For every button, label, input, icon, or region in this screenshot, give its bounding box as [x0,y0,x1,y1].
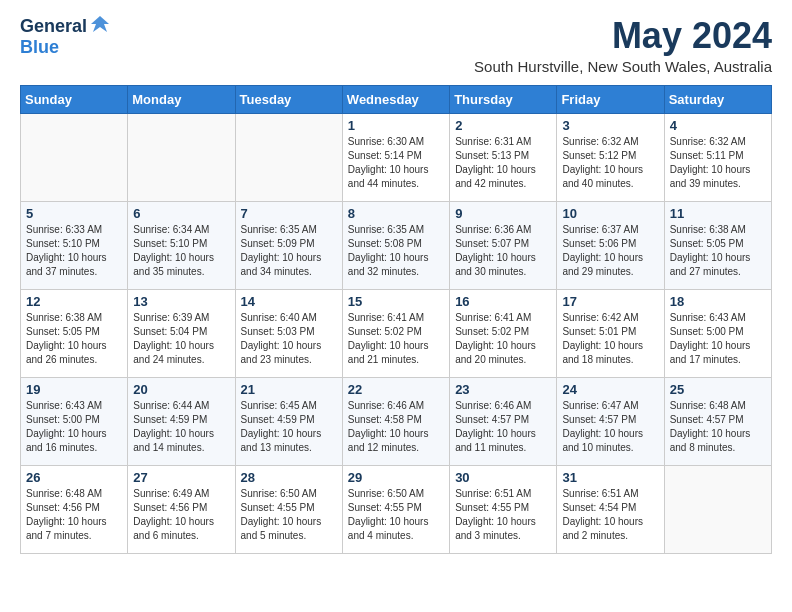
logo-bird-icon [89,14,111,36]
day-info: Sunrise: 6:47 AM Sunset: 4:57 PM Dayligh… [562,399,658,455]
day-info: Sunrise: 6:35 AM Sunset: 5:08 PM Dayligh… [348,223,444,279]
day-info: Sunrise: 6:38 AM Sunset: 5:05 PM Dayligh… [26,311,122,367]
day-info: Sunrise: 6:46 AM Sunset: 4:58 PM Dayligh… [348,399,444,455]
day-number: 29 [348,470,444,485]
day-number: 14 [241,294,337,309]
calendar-cell: 15Sunrise: 6:41 AM Sunset: 5:02 PM Dayli… [342,289,449,377]
day-info: Sunrise: 6:48 AM Sunset: 4:56 PM Dayligh… [26,487,122,543]
day-info: Sunrise: 6:32 AM Sunset: 5:12 PM Dayligh… [562,135,658,191]
day-info: Sunrise: 6:49 AM Sunset: 4:56 PM Dayligh… [133,487,229,543]
calendar-table: SundayMondayTuesdayWednesdayThursdayFrid… [20,85,772,554]
day-info: Sunrise: 6:50 AM Sunset: 4:55 PM Dayligh… [348,487,444,543]
weekday-header-thursday: Thursday [450,85,557,113]
day-info: Sunrise: 6:30 AM Sunset: 5:14 PM Dayligh… [348,135,444,191]
calendar-cell: 3Sunrise: 6:32 AM Sunset: 5:12 PM Daylig… [557,113,664,201]
calendar-cell: 18Sunrise: 6:43 AM Sunset: 5:00 PM Dayli… [664,289,771,377]
calendar-cell: 26Sunrise: 6:48 AM Sunset: 4:56 PM Dayli… [21,465,128,553]
day-number: 6 [133,206,229,221]
calendar-cell: 20Sunrise: 6:44 AM Sunset: 4:59 PM Dayli… [128,377,235,465]
svg-marker-0 [91,16,109,32]
day-number: 4 [670,118,766,133]
week-row-3: 12Sunrise: 6:38 AM Sunset: 5:05 PM Dayli… [21,289,772,377]
day-number: 9 [455,206,551,221]
day-info: Sunrise: 6:41 AM Sunset: 5:02 PM Dayligh… [455,311,551,367]
day-info: Sunrise: 6:35 AM Sunset: 5:09 PM Dayligh… [241,223,337,279]
calendar-cell: 1Sunrise: 6:30 AM Sunset: 5:14 PM Daylig… [342,113,449,201]
calendar-cell: 2Sunrise: 6:31 AM Sunset: 5:13 PM Daylig… [450,113,557,201]
day-info: Sunrise: 6:41 AM Sunset: 5:02 PM Dayligh… [348,311,444,367]
calendar-cell: 29Sunrise: 6:50 AM Sunset: 4:55 PM Dayli… [342,465,449,553]
header: General Blue May 2024 South Hurstville, … [20,16,772,75]
day-info: Sunrise: 6:46 AM Sunset: 4:57 PM Dayligh… [455,399,551,455]
calendar-cell [128,113,235,201]
day-info: Sunrise: 6:39 AM Sunset: 5:04 PM Dayligh… [133,311,229,367]
weekday-header-row: SundayMondayTuesdayWednesdayThursdayFrid… [21,85,772,113]
calendar-cell: 4Sunrise: 6:32 AM Sunset: 5:11 PM Daylig… [664,113,771,201]
logo: General Blue [20,16,111,58]
day-info: Sunrise: 6:34 AM Sunset: 5:10 PM Dayligh… [133,223,229,279]
calendar-cell [664,465,771,553]
calendar-cell: 7Sunrise: 6:35 AM Sunset: 5:09 PM Daylig… [235,201,342,289]
day-info: Sunrise: 6:33 AM Sunset: 5:10 PM Dayligh… [26,223,122,279]
day-number: 11 [670,206,766,221]
day-info: Sunrise: 6:42 AM Sunset: 5:01 PM Dayligh… [562,311,658,367]
calendar-cell [21,113,128,201]
day-number: 8 [348,206,444,221]
calendar-cell: 24Sunrise: 6:47 AM Sunset: 4:57 PM Dayli… [557,377,664,465]
day-number: 19 [26,382,122,397]
calendar-subtitle: South Hurstville, New South Wales, Austr… [474,58,772,75]
day-info: Sunrise: 6:51 AM Sunset: 4:54 PM Dayligh… [562,487,658,543]
day-number: 21 [241,382,337,397]
day-info: Sunrise: 6:48 AM Sunset: 4:57 PM Dayligh… [670,399,766,455]
calendar-cell: 28Sunrise: 6:50 AM Sunset: 4:55 PM Dayli… [235,465,342,553]
calendar-cell: 10Sunrise: 6:37 AM Sunset: 5:06 PM Dayli… [557,201,664,289]
calendar-cell: 13Sunrise: 6:39 AM Sunset: 5:04 PM Dayli… [128,289,235,377]
day-info: Sunrise: 6:43 AM Sunset: 5:00 PM Dayligh… [26,399,122,455]
day-number: 18 [670,294,766,309]
calendar-title: May 2024 [474,16,772,56]
day-number: 2 [455,118,551,133]
day-info: Sunrise: 6:50 AM Sunset: 4:55 PM Dayligh… [241,487,337,543]
calendar-cell: 11Sunrise: 6:38 AM Sunset: 5:05 PM Dayli… [664,201,771,289]
calendar-cell [235,113,342,201]
day-info: Sunrise: 6:43 AM Sunset: 5:00 PM Dayligh… [670,311,766,367]
calendar-cell: 23Sunrise: 6:46 AM Sunset: 4:57 PM Dayli… [450,377,557,465]
calendar-cell: 19Sunrise: 6:43 AM Sunset: 5:00 PM Dayli… [21,377,128,465]
title-block: May 2024 South Hurstville, New South Wal… [474,16,772,75]
weekday-header-friday: Friday [557,85,664,113]
day-number: 15 [348,294,444,309]
day-number: 26 [26,470,122,485]
week-row-4: 19Sunrise: 6:43 AM Sunset: 5:00 PM Dayli… [21,377,772,465]
day-number: 23 [455,382,551,397]
day-number: 27 [133,470,229,485]
calendar-cell: 22Sunrise: 6:46 AM Sunset: 4:58 PM Dayli… [342,377,449,465]
week-row-1: 1Sunrise: 6:30 AM Sunset: 5:14 PM Daylig… [21,113,772,201]
calendar-cell: 25Sunrise: 6:48 AM Sunset: 4:57 PM Dayli… [664,377,771,465]
calendar-cell: 17Sunrise: 6:42 AM Sunset: 5:01 PM Dayli… [557,289,664,377]
day-number: 30 [455,470,551,485]
day-number: 3 [562,118,658,133]
weekday-header-tuesday: Tuesday [235,85,342,113]
calendar-cell: 14Sunrise: 6:40 AM Sunset: 5:03 PM Dayli… [235,289,342,377]
day-number: 10 [562,206,658,221]
calendar-cell: 9Sunrise: 6:36 AM Sunset: 5:07 PM Daylig… [450,201,557,289]
logo-general: General [20,16,87,37]
logo-blue: Blue [20,37,59,58]
weekday-header-saturday: Saturday [664,85,771,113]
day-number: 24 [562,382,658,397]
weekday-header-sunday: Sunday [21,85,128,113]
calendar-cell: 6Sunrise: 6:34 AM Sunset: 5:10 PM Daylig… [128,201,235,289]
week-row-5: 26Sunrise: 6:48 AM Sunset: 4:56 PM Dayli… [21,465,772,553]
day-info: Sunrise: 6:44 AM Sunset: 4:59 PM Dayligh… [133,399,229,455]
week-row-2: 5Sunrise: 6:33 AM Sunset: 5:10 PM Daylig… [21,201,772,289]
calendar-cell: 8Sunrise: 6:35 AM Sunset: 5:08 PM Daylig… [342,201,449,289]
day-number: 28 [241,470,337,485]
calendar-cell: 27Sunrise: 6:49 AM Sunset: 4:56 PM Dayli… [128,465,235,553]
calendar-cell: 30Sunrise: 6:51 AM Sunset: 4:55 PM Dayli… [450,465,557,553]
day-number: 25 [670,382,766,397]
day-info: Sunrise: 6:36 AM Sunset: 5:07 PM Dayligh… [455,223,551,279]
day-number: 5 [26,206,122,221]
day-info: Sunrise: 6:37 AM Sunset: 5:06 PM Dayligh… [562,223,658,279]
calendar-cell: 21Sunrise: 6:45 AM Sunset: 4:59 PM Dayli… [235,377,342,465]
calendar-cell: 5Sunrise: 6:33 AM Sunset: 5:10 PM Daylig… [21,201,128,289]
